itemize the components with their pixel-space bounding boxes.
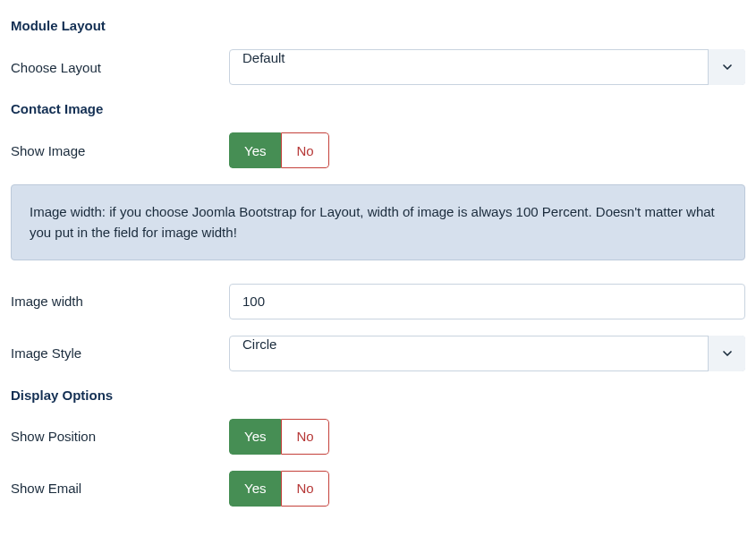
label-image-style: Image Style [11, 345, 229, 361]
label-image-width: Image width [11, 294, 229, 309]
row-choose-layout: Choose Layout Default [11, 49, 745, 85]
toggle-show-email-no[interactable]: No [281, 471, 328, 507]
section-title-display-options: Display Options [11, 387, 745, 403]
row-show-email: Show Email Yes No [11, 471, 745, 507]
toggle-show-position-no[interactable]: No [281, 419, 328, 455]
row-image-style: Image Style Circle [11, 336, 745, 371]
toggle-show-position: Yes No [229, 419, 329, 455]
row-show-image: Show Image Yes No [11, 132, 745, 168]
select-image-style-value[interactable]: Circle [229, 336, 745, 371]
select-choose-layout[interactable]: Default [229, 49, 745, 85]
toggle-show-position-yes[interactable]: Yes [229, 419, 281, 455]
toggle-show-image: Yes No [229, 132, 329, 168]
row-image-width: Image width [11, 284, 745, 319]
label-show-image: Show Image [11, 143, 229, 158]
select-choose-layout-value[interactable]: Default [229, 49, 745, 85]
toggle-show-image-no[interactable]: No [281, 132, 328, 168]
row-show-position: Show Position Yes No [11, 419, 745, 455]
toggle-show-email: Yes No [229, 471, 329, 507]
section-title-contact-image: Contact Image [11, 101, 745, 116]
toggle-show-image-yes[interactable]: Yes [229, 132, 281, 168]
label-show-email: Show Email [11, 481, 229, 496]
input-image-width[interactable] [229, 284, 745, 319]
info-alert-image-width: Image width: if you choose Joomla Bootst… [11, 184, 745, 260]
section-title-module-layout: Module Layout [11, 18, 745, 33]
toggle-show-email-yes[interactable]: Yes [229, 471, 281, 507]
label-show-position: Show Position [11, 429, 229, 444]
label-choose-layout: Choose Layout [11, 60, 229, 75]
select-image-style[interactable]: Circle [229, 336, 745, 371]
